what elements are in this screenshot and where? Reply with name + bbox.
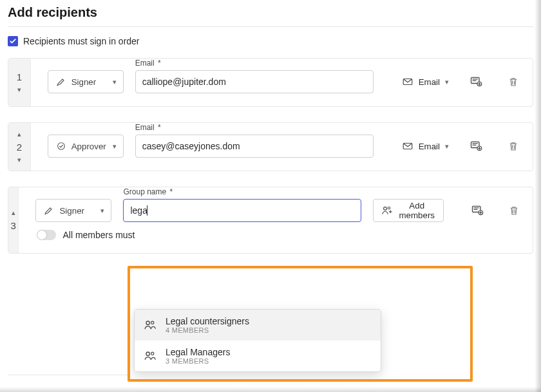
suggestion-name: Legal countersigners bbox=[166, 316, 249, 326]
sign-in-order-label: Recipients must sign in order bbox=[23, 36, 140, 46]
delete-button[interactable] bbox=[503, 136, 524, 156]
role-dropdown[interactable]: Signer ▾ bbox=[48, 70, 124, 93]
move-up-button[interactable]: ▴ bbox=[17, 131, 21, 138]
role-label: Approver bbox=[71, 142, 106, 151]
move-up-button[interactable]: ▴ bbox=[12, 209, 15, 216]
people-icon bbox=[144, 319, 157, 331]
delete-button[interactable] bbox=[504, 200, 524, 221]
move-down-button[interactable]: ▾ bbox=[17, 86, 21, 93]
message-plus-icon bbox=[470, 140, 482, 153]
role-label: Signer bbox=[59, 206, 84, 216]
svg-point-14 bbox=[151, 352, 154, 355]
role-dropdown[interactable]: Signer ▾ bbox=[35, 199, 111, 222]
delete-button[interactable] bbox=[503, 71, 524, 92]
delivery-label: Email bbox=[419, 77, 440, 87]
email-label: Email * bbox=[135, 59, 374, 68]
recipient-card-3: ▴ 3 Signer ▾ Group name * bbox=[8, 187, 533, 254]
svg-point-13 bbox=[146, 352, 149, 355]
envelope-icon bbox=[402, 140, 413, 152]
group-suggestion-item[interactable]: Legal countersigners 4 MEMBERS bbox=[135, 310, 381, 341]
delivery-dropdown[interactable]: Email ▾ bbox=[397, 135, 454, 158]
envelope-icon bbox=[402, 76, 413, 88]
all-members-label: All members must bbox=[62, 230, 135, 240]
suggestion-meta: 3 MEMBERS bbox=[166, 357, 230, 365]
svg-point-12 bbox=[151, 321, 154, 324]
pen-icon bbox=[56, 77, 66, 87]
message-plus-icon bbox=[470, 75, 482, 88]
trash-icon bbox=[508, 205, 520, 216]
group-suggestions-dropdown: Legal countersigners 4 MEMBERS Legal Man… bbox=[134, 309, 381, 372]
recipient-card-2: ▴ 2 ▾ Approver ▾ Email * bbox=[8, 122, 533, 171]
svg-point-7 bbox=[384, 207, 387, 210]
delivery-dropdown[interactable]: Email ▾ bbox=[397, 70, 454, 93]
recipient-index: 1 bbox=[17, 71, 22, 82]
suggestion-meta: 4 MEMBERS bbox=[166, 326, 249, 334]
move-down-button[interactable]: ▾ bbox=[17, 156, 21, 163]
recipient-rail: 1 ▾ bbox=[8, 59, 31, 106]
chevron-down-icon: ▾ bbox=[113, 78, 117, 86]
svg-point-8 bbox=[388, 207, 390, 209]
recipient-rail: ▴ 2 ▾ bbox=[8, 123, 31, 171]
sign-in-order-checkbox[interactable] bbox=[8, 36, 18, 46]
delivery-label: Email bbox=[419, 142, 440, 151]
people-plus-icon bbox=[381, 205, 393, 216]
trash-icon bbox=[508, 76, 519, 88]
email-input[interactable] bbox=[135, 135, 374, 158]
add-message-button[interactable] bbox=[467, 200, 488, 221]
people-icon bbox=[144, 350, 157, 362]
divider bbox=[8, 26, 533, 27]
message-plus-icon bbox=[471, 204, 484, 217]
chevron-down-icon: ▾ bbox=[445, 78, 449, 86]
recipient-index: 2 bbox=[17, 142, 22, 153]
trash-icon bbox=[508, 140, 519, 152]
add-message-button[interactable] bbox=[466, 71, 486, 92]
check-circle-icon bbox=[56, 141, 66, 151]
pen-icon bbox=[44, 205, 54, 216]
check-icon bbox=[9, 37, 17, 45]
group-name-input[interactable]: lega bbox=[123, 199, 361, 222]
email-input[interactable] bbox=[135, 70, 374, 93]
screenshot-bottom-shadow bbox=[0, 387, 541, 392]
role-dropdown[interactable]: Approver ▾ bbox=[48, 135, 124, 158]
add-message-button[interactable] bbox=[466, 136, 486, 156]
svg-point-3 bbox=[57, 143, 64, 150]
chevron-down-icon: ▾ bbox=[113, 142, 117, 151]
suggestion-name: Legal Managers bbox=[166, 347, 230, 357]
recipient-index: 3 bbox=[11, 220, 16, 231]
group-name-label: Group name * bbox=[123, 187, 361, 196]
svg-point-11 bbox=[146, 321, 149, 324]
recipient-card-1: 1 ▾ Signer ▾ Email * bbox=[8, 58, 533, 107]
page-title: Add recipients bbox=[8, 5, 533, 20]
group-suggestion-item[interactable]: Legal Managers 3 MEMBERS bbox=[135, 341, 381, 371]
add-members-label: Add members bbox=[398, 201, 435, 220]
chevron-down-icon: ▾ bbox=[100, 207, 104, 215]
email-label: Email * bbox=[135, 123, 374, 132]
role-label: Signer bbox=[71, 77, 97, 87]
add-members-button[interactable]: Add members bbox=[373, 199, 444, 222]
chevron-down-icon: ▾ bbox=[445, 142, 449, 151]
all-members-toggle[interactable] bbox=[37, 230, 56, 240]
divider bbox=[8, 375, 130, 375]
recipient-rail: ▴ 3 bbox=[8, 187, 19, 253]
